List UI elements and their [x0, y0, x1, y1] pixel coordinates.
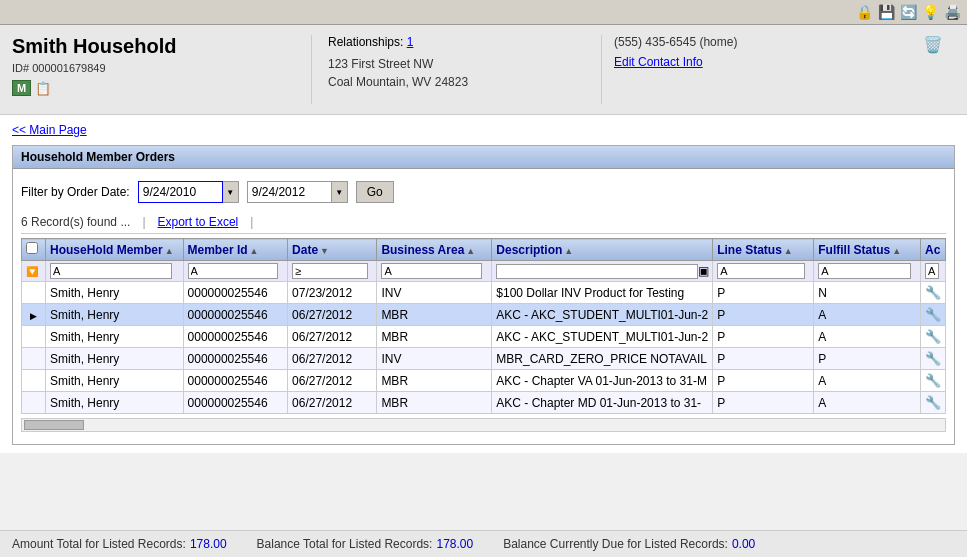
table-row[interactable]: Smith, Henry 000000025546 07/23/2012 INV… — [22, 282, 946, 304]
filter-bizarea-input[interactable] — [381, 263, 482, 279]
records-bar: 6 Record(s) found ... | Export to Excel … — [21, 215, 946, 234]
balance-due-value: 0.00 — [732, 537, 755, 551]
row-expand-0[interactable] — [22, 282, 46, 304]
row-bizarea-3: INV — [377, 348, 492, 370]
column-filter-row: 🔽 — [22, 261, 946, 282]
row-expand-3[interactable] — [22, 348, 46, 370]
date-to-arrow[interactable]: ▼ — [332, 181, 348, 203]
filter-linestatus-input[interactable] — [717, 263, 805, 279]
export-excel-link[interactable]: Export to Excel — [158, 215, 239, 229]
row-linestatus-2: P — [713, 326, 814, 348]
copy-icon[interactable]: 📋 — [35, 81, 51, 96]
linestatus-sort-icon[interactable]: ▲ — [784, 246, 793, 256]
col-action-header: Ac — [921, 239, 946, 261]
row-action-5[interactable]: 🔧 — [921, 392, 946, 414]
filter-desc-input[interactable] — [496, 264, 697, 279]
row-expand-2[interactable] — [22, 326, 46, 348]
filter-action-input[interactable] — [925, 263, 939, 279]
row-linestatus-4: P — [713, 370, 814, 392]
row-action-4[interactable]: 🔧 — [921, 370, 946, 392]
amount-label: Amount Total for Listed Records: — [12, 537, 186, 551]
expand-arrow-1[interactable]: ▶ — [30, 311, 37, 321]
print-icon[interactable]: 🖨️ — [943, 3, 961, 21]
filter-memberid-input[interactable] — [188, 263, 279, 279]
action-icon-5[interactable]: 🔧 — [925, 395, 941, 410]
lock-icon[interactable]: 🔒 — [855, 3, 873, 21]
table-row[interactable]: Smith, Henry 000000025546 06/27/2012 INV… — [22, 348, 946, 370]
select-all-checkbox[interactable] — [26, 242, 38, 254]
horizontal-scrollbar[interactable] — [21, 418, 946, 432]
relationships-row: Relationships: 1 — [328, 35, 585, 49]
row-fulfillstatus-3: P — [814, 348, 921, 370]
action-icon-4[interactable]: 🔧 — [925, 373, 941, 388]
row-action-1[interactable]: 🔧 — [921, 304, 946, 326]
orders-table: HouseHold Member▲ Member Id▲ Date▼ Busin… — [21, 238, 946, 414]
filter-cell-date — [288, 261, 377, 282]
phone-number: (555) 435-6545 (home) — [614, 35, 737, 49]
date-to-input[interactable] — [247, 181, 332, 203]
delete-icon[interactable]: 🗑️ — [923, 35, 943, 54]
header-badges: M 📋 — [12, 80, 299, 96]
filter-cell-action — [921, 261, 946, 282]
bar-separator2: | — [250, 215, 253, 229]
row-action-0[interactable]: 🔧 — [921, 282, 946, 304]
filter-cell-member — [46, 261, 184, 282]
date-from-input[interactable] — [138, 181, 223, 203]
row-action-2[interactable]: 🔧 — [921, 326, 946, 348]
filter-cell-memberid — [183, 261, 288, 282]
go-button[interactable]: Go — [356, 181, 394, 203]
date-from-arrow[interactable]: ▼ — [223, 181, 239, 203]
action-icon-3[interactable]: 🔧 — [925, 351, 941, 366]
relationships-label: Relationships: — [328, 35, 403, 49]
table-row[interactable]: Smith, Henry 000000025546 06/27/2012 MBR… — [22, 370, 946, 392]
filter-date-input[interactable] — [292, 263, 368, 279]
scrollbar-thumb[interactable] — [24, 420, 84, 430]
bizarea-sort-icon[interactable]: ▲ — [466, 246, 475, 256]
balance-label: Balance Total for Listed Records: — [257, 537, 433, 551]
header-right: (555) 435-6545 (home) 🗑️ Edit Contact In… — [602, 35, 955, 104]
row-date-4: 06/27/2012 — [288, 370, 377, 392]
main-page-link[interactable]: << Main Page — [12, 123, 87, 137]
filter-member-input[interactable] — [50, 263, 172, 279]
table-row[interactable]: ▶ Smith, Henry 000000025546 06/27/2012 M… — [22, 304, 946, 326]
row-desc-4: AKC - Chapter VA 01-Jun-2013 to 31-M — [492, 370, 713, 392]
edit-contact-link[interactable]: Edit Contact Info — [614, 55, 703, 69]
row-expand-4[interactable] — [22, 370, 46, 392]
table-header-row: HouseHold Member▲ Member Id▲ Date▼ Busin… — [22, 239, 946, 261]
action-icon-2[interactable]: 🔧 — [925, 329, 941, 344]
info-icon[interactable]: 💡 — [921, 3, 939, 21]
filter-fulfillstatus-input[interactable] — [818, 263, 911, 279]
refresh-icon[interactable]: 🔄 — [899, 3, 917, 21]
filter-icon: 🔽 — [26, 266, 38, 277]
action-icon-1[interactable]: 🔧 — [925, 307, 941, 322]
table-body: Smith, Henry 000000025546 07/23/2012 INV… — [22, 282, 946, 414]
member-sort-icon[interactable]: ▲ — [165, 246, 174, 256]
row-member-5: Smith, Henry — [46, 392, 184, 414]
row-fulfillstatus-1: A — [814, 304, 921, 326]
action-icon-0[interactable]: 🔧 — [925, 285, 941, 300]
row-fulfillstatus-2: A — [814, 326, 921, 348]
badge-m[interactable]: M — [12, 80, 31, 96]
desc-sort-icon[interactable]: ▲ — [564, 246, 573, 256]
row-desc-5: AKC - Chapter MD 01-Jun-2013 to 31- — [492, 392, 713, 414]
filter-cell-linestatus — [713, 261, 814, 282]
col-member-header: HouseHold Member▲ — [46, 239, 184, 261]
relationships-link[interactable]: 1 — [407, 35, 414, 49]
row-memberid-0: 000000025546 — [183, 282, 288, 304]
household-id: ID# 000001679849 — [12, 62, 299, 74]
table-row[interactable]: Smith, Henry 000000025546 06/27/2012 MBR… — [22, 392, 946, 414]
row-expand-1[interactable]: ▶ — [22, 304, 46, 326]
row-fulfillstatus-0: N — [814, 282, 921, 304]
household-title: Smith Household — [12, 35, 299, 58]
table-row[interactable]: Smith, Henry 000000025546 06/27/2012 MBR… — [22, 326, 946, 348]
row-expand-5[interactable] — [22, 392, 46, 414]
save-icon[interactable]: 💾 — [877, 3, 895, 21]
filter-cell-bizarea — [377, 261, 492, 282]
row-action-3[interactable]: 🔧 — [921, 348, 946, 370]
date-sort-icon[interactable]: ▼ — [320, 246, 329, 256]
memberid-sort-icon[interactable]: ▲ — [250, 246, 259, 256]
fulfillstatus-sort-icon[interactable]: ▲ — [892, 246, 901, 256]
row-member-3: Smith, Henry — [46, 348, 184, 370]
col-bizarea-header: Business Area▲ — [377, 239, 492, 261]
row-desc-2: AKC - AKC_STUDENT_MULTI01-Jun-2 — [492, 326, 713, 348]
